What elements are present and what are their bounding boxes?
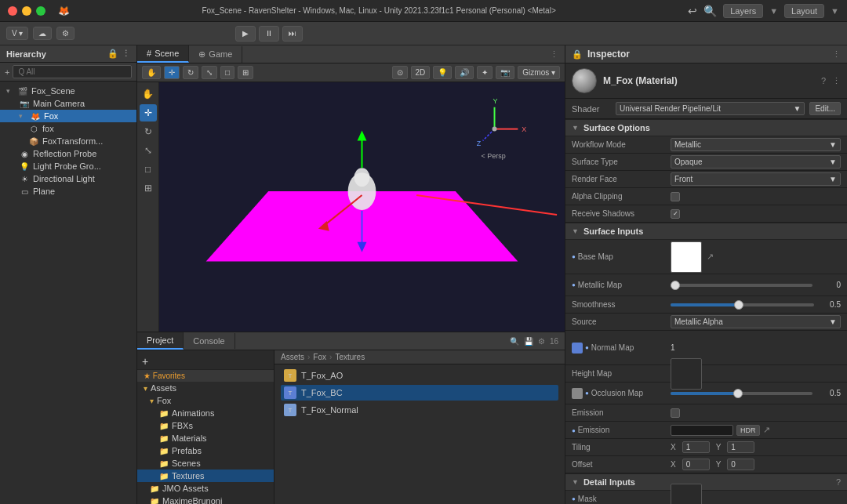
breadcrumb-fox[interactable]: Fox — [313, 353, 326, 361]
inspector-menu-icon[interactable]: ⋮ — [832, 49, 841, 60]
material-help-icon[interactable]: ? — [821, 76, 826, 85]
settings-button[interactable]: ⚙ — [56, 27, 75, 40]
offset-y-input[interactable] — [727, 459, 754, 470]
scene-center-toggle[interactable]: ⊙ — [392, 66, 408, 79]
tree-item-fox-mesh[interactable]: ⬡ fox — [0, 122, 136, 135]
sidebar-maxime[interactable]: 📁 MaximeBrunoni — [137, 495, 274, 504]
breadcrumb-assets[interactable]: Assets — [281, 353, 304, 361]
tree-item-fox-scene[interactable]: ▾ 🎬 Fox_Scene — [0, 85, 136, 97]
tree-item-fox[interactable]: ▾ 🦊 Fox — [0, 110, 136, 122]
emission-color-slot[interactable] — [671, 425, 733, 436]
sidebar-assets[interactable]: ▾ Assets — [137, 382, 274, 394]
sidebar-animations[interactable]: 📁 Animations — [137, 407, 274, 419]
scene-fx-toggle[interactable]: ✦ — [477, 66, 493, 79]
scene-light-toggle[interactable]: 💡 — [433, 66, 452, 79]
maximize-button[interactable] — [36, 6, 45, 16]
tab-project[interactable]: Project — [137, 332, 184, 350]
hierarchy-lock-icon[interactable]: 🔒 — [107, 49, 118, 59]
pause-button[interactable]: ⏸ — [259, 26, 279, 42]
play-button[interactable]: ▶ — [235, 26, 256, 42]
scene-audio-toggle[interactable]: 🔊 — [455, 66, 474, 79]
project-settings-icon[interactable]: ⚙ — [538, 337, 545, 346]
file-t-fox-normal[interactable]: T T_Fox_Normal — [281, 402, 558, 418]
inspector-lock-icon[interactable]: 🔒 — [572, 49, 583, 60]
file-t-fox-ao[interactable]: T T_Fox_AO — [281, 368, 558, 383]
shader-edit-button[interactable]: Edit... — [809, 102, 841, 115]
base-map-slot[interactable] — [671, 241, 702, 273]
occlusion-slider-track[interactable] — [671, 392, 812, 395]
section-surface-options[interactable]: ▼ Surface Options — [565, 119, 847, 136]
tree-item-light-probe[interactable]: 💡 Light Probe Gro... — [0, 160, 136, 172]
smoothness-slider-track[interactable] — [671, 303, 814, 306]
tiling-y-input[interactable] — [727, 441, 754, 453]
minimize-button[interactable] — [22, 6, 31, 16]
hierarchy-search[interactable] — [13, 65, 132, 78]
sidebar-prefabs[interactable]: 📁 Prefabs — [137, 444, 274, 457]
tiling-x-input[interactable] — [682, 441, 710, 453]
tab-scene[interactable]: # Scene — [137, 45, 189, 63]
sidebar-materials[interactable]: 📁 Materials — [137, 432, 274, 444]
scene-view-hand[interactable]: ✋ — [140, 85, 157, 103]
scene-tool-move[interactable]: ✛ — [164, 66, 180, 79]
scene-view-rotate[interactable]: ↻ — [140, 123, 157, 140]
close-button[interactable] — [8, 6, 17, 16]
cloud-button[interactable]: ☁ — [33, 27, 52, 40]
scene-view-combined[interactable]: ⊞ — [140, 179, 157, 197]
scene-tool-rotate[interactable]: ↻ — [183, 66, 198, 79]
emission-checkbox[interactable] — [671, 408, 680, 418]
alpha-clipping-checkbox[interactable] — [671, 192, 680, 201]
sidebar-fbxs[interactable]: 📁 FBXs — [137, 419, 274, 432]
sidebar-scenes[interactable]: 📁 Scenes — [137, 457, 274, 470]
scene-2d-toggle[interactable]: 2D — [411, 66, 431, 79]
tab-game[interactable]: ⊕ Game — [189, 46, 242, 63]
source-dropdown[interactable]: Metallic Alpha ▼ — [671, 315, 841, 328]
project-save-icon[interactable]: 💾 — [524, 337, 533, 346]
smoothness-slider-thumb[interactable] — [734, 300, 743, 310]
hierarchy-add-icon[interactable]: + — [5, 67, 9, 77]
section-surface-inputs[interactable]: ▼ Surface Inputs — [565, 223, 847, 240]
tree-item-reflection-probe[interactable]: ◉ Reflection Probe — [0, 147, 136, 160]
layout-button[interactable]: Layout — [784, 4, 824, 18]
shader-dropdown[interactable]: Universal Render Pipeline/Lit ▼ — [616, 102, 805, 115]
scene-tool-rect[interactable]: □ — [220, 66, 234, 79]
base-map-expand[interactable]: ↗ — [707, 252, 714, 262]
step-button[interactable]: ⏭ — [282, 26, 303, 42]
scene-view-scale[interactable]: ⤡ — [140, 142, 157, 159]
layers-button[interactable]: Layers — [723, 4, 763, 18]
tree-item-fox-transform[interactable]: 📦 FoxTransform... — [0, 135, 136, 147]
receive-shadows-checkbox[interactable]: ✓ — [671, 209, 680, 219]
scene-tool-hand[interactable]: ✋ — [142, 66, 161, 79]
emission-expand[interactable]: ↗ — [763, 425, 770, 435]
metallic-slider-track[interactable] — [671, 284, 812, 287]
window-controls[interactable] — [8, 6, 45, 16]
scene-tool-combined[interactable]: ⊞ — [238, 66, 253, 79]
metallic-slider-thumb[interactable] — [671, 281, 680, 290]
surface-type-dropdown[interactable]: Opaque ▼ — [671, 155, 841, 169]
unity-menu[interactable]: V ▾ — [6, 27, 28, 40]
breadcrumb-textures[interactable]: Textures — [335, 353, 365, 361]
tree-item-directional-light[interactable]: ☀ Directional Light — [0, 172, 136, 185]
project-search-icon[interactable]: 🔍 — [510, 337, 519, 346]
scene-view-rect[interactable]: □ — [140, 161, 157, 178]
render-face-dropdown[interactable]: Front ▼ — [671, 172, 841, 186]
hdr-button[interactable]: HDR — [736, 425, 760, 436]
workflow-mode-dropdown[interactable]: Metallic ▼ — [671, 138, 841, 151]
sidebar-fox[interactable]: ▾ Fox — [137, 394, 274, 407]
scene-settings-icon[interactable]: ⋮ — [543, 48, 565, 61]
material-menu-icon[interactable]: ⋮ — [832, 76, 841, 86]
tree-item-plane[interactable]: ▭ Plane — [0, 185, 136, 198]
file-t-fox-bc[interactable]: T T_Fox_BC — [281, 385, 558, 401]
offset-x-input[interactable] — [682, 459, 710, 470]
scene-tool-scale[interactable]: ⤡ — [202, 66, 217, 79]
sidebar-jmo[interactable]: 📁 JMO Assets — [137, 482, 274, 495]
hierarchy-menu-icon[interactable]: ⋮ — [122, 49, 130, 59]
scene-camera-toggle[interactable]: 📷 — [496, 66, 514, 79]
sidebar-textures[interactable]: 📁 Textures — [137, 470, 274, 482]
add-asset-button[interactable]: + — [142, 355, 148, 368]
occlusion-slider-thumb[interactable] — [733, 389, 743, 398]
detail-mask-slot[interactable] — [671, 484, 702, 505]
scene-view-move[interactable]: ✛ — [140, 104, 157, 121]
tab-console[interactable]: Console — [184, 333, 234, 349]
tree-item-main-camera[interactable]: 📷 Main Camera — [0, 97, 136, 110]
scene-gizmos-toggle[interactable]: Gizmos ▾ — [518, 66, 560, 79]
